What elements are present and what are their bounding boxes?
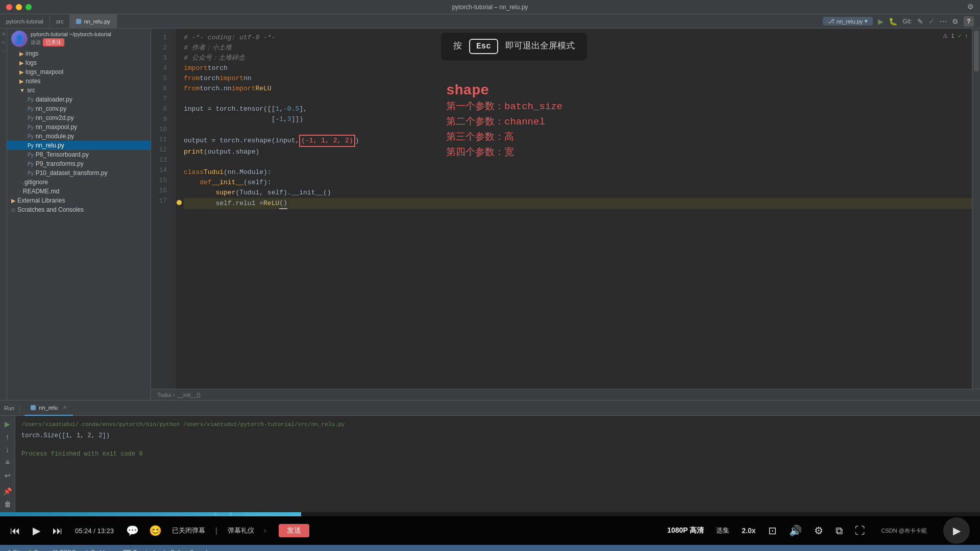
play-overlay-button[interactable]: ▶ bbox=[943, 517, 970, 544]
py-icon: Py bbox=[28, 97, 34, 103]
tree-item-dataloader[interactable]: Py dataloader.py bbox=[7, 95, 151, 104]
help-button[interactable]: ? bbox=[964, 16, 974, 27]
run-wrap-icon[interactable]: ↩ bbox=[3, 470, 13, 480]
tree-item-external-libs[interactable]: ▶ External Libraries bbox=[7, 196, 151, 205]
run-settings-icon[interactable]: ⚙ bbox=[967, 2, 974, 11]
tree-item-logs[interactable]: ▶ logs bbox=[7, 58, 151, 67]
run-button-icon[interactable]: ▶ bbox=[878, 17, 884, 26]
tree-item-nn-maxpool[interactable]: Py nn_maxpool.py bbox=[7, 122, 151, 132]
run-stop-icon[interactable]: ↑ bbox=[3, 432, 13, 441]
reshape-params: (-1, 1, 2, 2) bbox=[299, 135, 355, 147]
prev-button[interactable]: ⏮ bbox=[10, 525, 20, 537]
barrage-off-label[interactable]: 已关闭弹幕 bbox=[172, 526, 205, 535]
pip-icon[interactable]: ⧉ bbox=[836, 525, 843, 537]
scrollbar-track[interactable] bbox=[972, 29, 980, 389]
tree-item-gitignore[interactable]: · .gitignore bbox=[7, 178, 151, 187]
git-check-icon[interactable]: ✓ bbox=[928, 17, 935, 26]
tree-item-nn-conv[interactable]: Py nn_conv.py bbox=[7, 104, 151, 113]
tab-src[interactable]: src bbox=[50, 14, 70, 29]
run-tab-close[interactable]: ✕ bbox=[63, 405, 67, 410]
minimize-button[interactable] bbox=[16, 4, 22, 10]
tab-label: nn_relu.py bbox=[84, 18, 110, 24]
close-button[interactable] bbox=[6, 4, 12, 10]
run-clear-icon[interactable]: ≡ bbox=[3, 458, 13, 467]
barrage-menu-label[interactable]: 弹幕礼仪 bbox=[228, 526, 254, 535]
todo-item[interactable]: ☑ TODO bbox=[53, 549, 76, 552]
fullscreen-icon[interactable]: ⛶ bbox=[855, 525, 865, 537]
tree-item-nn-relu[interactable]: Py nn_relu.py bbox=[7, 141, 151, 150]
problems-item[interactable]: ⚠ Problems bbox=[84, 549, 115, 552]
tree-item-nn-conv2d[interactable]: Py nn_conv2d.py bbox=[7, 113, 151, 122]
tree-item-nn-module[interactable]: Py nn_module.py bbox=[7, 132, 151, 141]
output-var: output = torch.reshape(input, bbox=[184, 136, 299, 146]
barrage-icon[interactable]: 💬 bbox=[126, 524, 139, 537]
num-neg05: -0.5 bbox=[283, 104, 299, 114]
follow-badge[interactable]: 已关注 bbox=[43, 38, 64, 46]
code-editor[interactable]: 12345 678910 1112131415 1617 # -*- codin… bbox=[151, 29, 980, 389]
send-button[interactable]: 发送 bbox=[279, 524, 309, 537]
git-edit-icon[interactable]: ✎ bbox=[917, 17, 923, 26]
emotion-icon[interactable]: 😊 bbox=[149, 524, 162, 537]
indent-17 bbox=[184, 198, 215, 209]
tree-item-p10[interactable]: Py P10_dataset_transform.py bbox=[7, 168, 151, 178]
line-numbers: 12345 678910 1112131415 1617 bbox=[151, 29, 176, 389]
activity-bar: P C ↑ bbox=[0, 29, 7, 400]
git-item[interactable]: ⎇ Git bbox=[4, 549, 20, 552]
tree-item-scratches[interactable]: ⊙ Scratches and Consoles bbox=[7, 205, 151, 214]
tree-item-p9[interactable]: Py P9_transforms.py bbox=[7, 159, 151, 168]
kw-import: import bbox=[184, 63, 208, 73]
run-trash-icon[interactable]: 🗑 bbox=[3, 499, 13, 509]
run-pin-icon[interactable]: 📌 bbox=[3, 486, 13, 496]
tab-nn-relu[interactable]: nn_relu.py bbox=[70, 14, 116, 29]
subtitle-icon[interactable]: ⊡ bbox=[768, 524, 777, 537]
tree-item-label: README.md bbox=[23, 188, 59, 195]
next-button[interactable]: ⏭ bbox=[53, 525, 63, 537]
git-more-icon[interactable]: ⋯ bbox=[940, 17, 947, 26]
speed-label[interactable]: 2.0x bbox=[742, 527, 755, 535]
settings-video-icon[interactable]: ⚙ bbox=[814, 524, 823, 537]
run-label: Run bbox=[4, 405, 14, 411]
num-3: 3 bbox=[287, 114, 291, 124]
activity-project-icon[interactable]: P bbox=[1, 33, 6, 35]
run-sidebar: ▶ ↑ ↓ ≡ ↩ 📌 🗑 bbox=[0, 416, 15, 512]
tree-item-imgs[interactable]: ▶ imgs bbox=[7, 49, 151, 58]
run-tab-bar: Run | nn_relu ✕ ⚙ bbox=[0, 400, 980, 416]
run-tab-nn-relu[interactable]: nn_relu ✕ bbox=[24, 400, 73, 416]
traffic-lights[interactable] bbox=[6, 4, 32, 10]
tree-item-src[interactable]: ▼ src bbox=[7, 86, 151, 95]
print-args: (output.shape) bbox=[204, 147, 259, 157]
collection-label[interactable]: 选集 bbox=[716, 526, 729, 535]
maximize-button[interactable] bbox=[26, 4, 32, 10]
terminal-item[interactable]: ⌨ Terminal bbox=[123, 549, 155, 552]
volume-icon[interactable]: 🔊 bbox=[789, 524, 802, 537]
quality-label[interactable]: 1080P 高清 bbox=[667, 526, 704, 535]
scrollbar-thumb[interactable] bbox=[974, 31, 979, 71]
tab-pytorch-tutorial[interactable]: pytorch-tutorial bbox=[0, 14, 50, 29]
tree-item-logs-maxpool[interactable]: ▶ logs_maxpool bbox=[7, 67, 151, 77]
tree-item-p8[interactable]: Py P8_Tensorboard.py bbox=[7, 150, 151, 159]
code-content[interactable]: # -*- coding: utf-8 -*- # 作者：小土堆 # 公众号：土… bbox=[176, 29, 980, 389]
py-icon: Py bbox=[28, 161, 34, 167]
terminal-icon: ⌨ bbox=[123, 549, 131, 552]
settings-icon[interactable]: ⚙ bbox=[952, 17, 959, 26]
tree-item-readme[interactable]: · README.md bbox=[7, 187, 151, 196]
tree-item-notes[interactable]: ▶ notes bbox=[7, 77, 151, 86]
branch-selector[interactable]: ⎇ nn_relu.py ▾ bbox=[823, 17, 873, 26]
breadcrumb-method: __init__() bbox=[177, 392, 201, 398]
run-step-icon[interactable]: ↓ bbox=[3, 445, 13, 455]
activity-pull-icon[interactable]: ↑ bbox=[1, 51, 6, 53]
run-terminal[interactable]: /Users/xiaotudui/.conda/envs/pytorch/bin… bbox=[15, 416, 980, 512]
run-output-1: torch.Size([1, 1, 2, 2]) bbox=[21, 431, 974, 440]
play-pause-button[interactable]: ▶ bbox=[33, 524, 40, 537]
tree-item-label: imgs bbox=[26, 50, 38, 57]
run-item[interactable]: Run bbox=[28, 549, 44, 551]
activity-commit-icon[interactable]: C bbox=[1, 41, 6, 44]
code-line-2: # 作者：小土堆 bbox=[184, 43, 980, 53]
var-input: input = torch.tensor([[ bbox=[184, 104, 275, 114]
init-args: (self): bbox=[243, 178, 272, 188]
run-command: /Users/xiaotudui/.conda/envs/pytorch/bin… bbox=[21, 420, 974, 429]
debug-button-icon[interactable]: 🐛 bbox=[889, 17, 897, 26]
video-progress-bar[interactable] bbox=[0, 512, 980, 516]
run-play-icon[interactable]: ▶ bbox=[3, 419, 13, 429]
python-console-item[interactable]: Py Python Console bbox=[163, 549, 210, 551]
